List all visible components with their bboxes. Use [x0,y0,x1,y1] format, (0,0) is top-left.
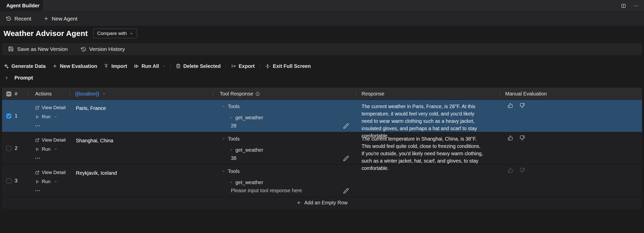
tab-agent-builder[interactable]: Agent Builder [0,0,43,11]
run-button[interactable]: Run [35,178,70,185]
more-label: ... [35,122,41,127]
generate-data-label: Generate Data [11,63,46,69]
tools-group-toggle[interactable]: Tools [213,169,356,174]
plus-icon [43,16,49,21]
row-checkbox[interactable] [6,146,11,151]
info-icon[interactable] [255,92,260,96]
run-all-button[interactable]: Run All [134,63,165,69]
external-link-icon [35,170,39,175]
new-evaluation-button[interactable]: New Evaluation [52,63,97,69]
exit-full-screen-label: Exit Full Screen [273,63,311,69]
history-icon [81,47,86,52]
chevron-down-icon [229,181,233,184]
row-checkbox[interactable] [6,178,11,183]
export-button[interactable]: Export [231,63,255,69]
toolbar-divider [226,63,226,69]
view-detail-button[interactable]: View Detail [35,169,70,176]
generate-data-button[interactable]: Generate Data [4,63,46,69]
save-as-new-version-label: Save as New Version [17,46,68,52]
table-header: # Actions {{location}} Tool Response Res… [2,88,642,100]
location-value: Paris, France [76,105,106,111]
thumbs-up-icon[interactable] [508,103,513,108]
run-label: Run [42,114,51,120]
import-button[interactable]: Import [104,63,127,69]
plus-icon [52,64,57,69]
run-button[interactable]: Run [35,113,70,120]
tool-name-label: get_weather [235,147,263,153]
select-all-checkbox[interactable] [6,91,11,96]
row-more-button[interactable]: ... [35,187,70,192]
tab-title: Agent Builder [6,3,39,9]
row-checkbox[interactable] [6,113,11,119]
chevron-down-icon[interactable] [54,115,57,119]
view-detail-button[interactable]: View Detail [35,104,70,111]
delete-selected-button[interactable]: Delete Selected [176,63,221,69]
import-label: Import [111,63,127,69]
more-label: ... [35,187,41,192]
recent-label: Recent [14,16,31,22]
tool-call-toggle[interactable]: get_weather [213,180,356,185]
thumbs-down-icon[interactable] [520,103,525,108]
external-link-icon [35,138,39,142]
prompt-section-toggle[interactable]: Prompt [0,73,644,82]
plus-icon [296,200,301,205]
toolbar-divider [170,63,171,69]
location-value: Reykjavík, Iceland [76,170,117,176]
delete-selected-label: Delete Selected [183,63,221,69]
collapse-icon [265,64,270,69]
table-row-2: 2 View Detail Run ... Shanghai, China To… [2,132,642,164]
run-label: Run [42,146,51,152]
new-agent-label: New Agent [52,16,78,22]
response-column-header: Response [362,91,384,97]
tools-group-label: Tools [228,136,240,142]
row-more-button[interactable]: ... [35,154,70,160]
chevron-down-icon[interactable] [102,92,106,96]
chevron-down-icon[interactable] [54,147,57,151]
save-as-new-version-button[interactable]: Save as New Version [8,46,68,52]
edit-icon[interactable] [343,188,349,194]
split-panel-icon[interactable] [621,3,626,9]
exit-full-screen-button[interactable]: Exit Full Screen [265,63,311,69]
version-history-button[interactable]: Version History [81,46,125,52]
run-label: Run [42,179,51,184]
more-options-icon[interactable] [633,3,639,9]
table-row-1: 1 View Detail Run ... Paris, France Tool… [2,100,642,132]
tools-group-toggle[interactable]: Tools [213,136,356,141]
sparkles-icon [4,64,9,69]
thumbs-down-icon[interactable] [520,135,525,141]
tool-call-toggle[interactable]: get_weather [213,115,356,120]
recent-button[interactable]: Recent [6,16,31,22]
tool-response-placeholder[interactable]: Please input tool response here [231,188,302,193]
page-title: Weather Advisor Agent [4,29,88,38]
row-index: 2 [15,145,17,151]
prompt-label: Prompt [14,75,33,81]
thumbs-down-icon[interactable] [520,168,525,173]
compare-with-button[interactable]: Compare with [93,29,137,38]
tool-response-column-header: Tool Response [220,91,253,97]
chevron-down-icon [229,148,233,152]
tool-call-toggle[interactable]: get_weather [213,147,356,152]
chevron-down-icon [222,137,225,141]
thumbs-up-icon[interactable] [508,135,513,141]
edit-icon[interactable] [343,156,349,161]
export-icon [231,64,236,69]
tools-group-label: Tools [228,104,240,109]
actions-column-header: Actions [35,91,52,97]
tool-name-label: get_weather [235,180,263,185]
edit-icon[interactable] [343,123,349,129]
location-column-header[interactable]: {{location}} [75,91,99,97]
run-button[interactable]: Run [35,146,70,152]
external-link-icon [35,106,39,110]
tool-response-value: 38 [231,155,236,161]
row-index: 3 [15,178,17,184]
compare-with-label: Compare with [97,31,127,36]
add-empty-row-button[interactable]: Add an Empty Row [2,197,642,208]
chevron-down-icon[interactable] [54,180,57,183]
chevron-down-icon [229,116,233,119]
view-detail-button[interactable]: View Detail [35,137,70,143]
new-agent-button[interactable]: New Agent [43,16,78,22]
thumbs-up-icon[interactable] [508,168,513,173]
chevron-down-icon[interactable] [162,65,165,68]
tools-group-toggle[interactable]: Tools [213,104,356,109]
row-more-button[interactable]: ... [35,122,70,127]
